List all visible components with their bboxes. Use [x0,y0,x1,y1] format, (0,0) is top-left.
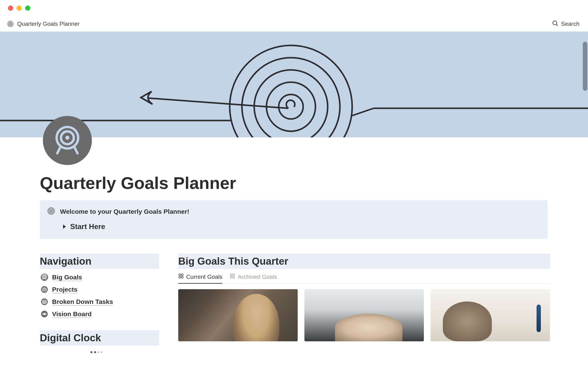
start-here-label: Start Here [70,222,105,231]
nav-item-vision-board[interactable]: Vision Board [40,310,159,318]
svg-line-13 [352,108,374,116]
svg-point-10 [279,94,303,119]
svg-point-4 [553,21,557,25]
goal-card[interactable] [304,289,424,341]
target-icon [7,20,14,28]
svg-rect-42 [182,274,183,275]
start-here-toggle[interactable]: Start Here [63,222,540,231]
svg-line-11 [141,98,288,108]
window-maximize-button[interactable] [25,6,30,11]
nav-item-label: Broken Down Tasks [52,298,113,305]
big-goals-heading: Big Goals This Quarter [178,254,550,269]
goal-card[interactable] [431,289,550,341]
nav-item-label: Projects [52,286,77,293]
svg-rect-48 [233,277,235,278]
briefcase-icon [40,286,48,293]
svg-point-27 [44,276,45,277]
navigation-list: Big Goals Projects Broken Down Tasks [40,273,159,318]
tab-archived-goals[interactable]: Archived Goals [230,273,277,283]
svg-point-3 [10,24,11,24]
nav-item-big-goals[interactable]: Big Goals [40,273,159,281]
vertical-scrollbar[interactable] [583,42,587,91]
nav-item-label: Big Goals [52,274,82,281]
svg-rect-43 [179,277,180,278]
svg-line-18 [57,147,61,153]
svg-line-5 [556,24,558,26]
window-controls [0,0,588,16]
digital-clock-heading: Digital Clock [40,330,159,346]
big-goals-heading-text: Big Goals This Quarter [178,255,550,267]
svg-point-8 [254,70,328,137]
svg-line-19 [74,147,77,153]
nav-item-broken-down-tasks[interactable]: Broken Down Tasks [40,298,159,306]
search-icon [552,20,559,28]
target-icon [40,273,48,281]
tab-label: Current Goals [186,274,222,280]
goals-card-grid [178,289,550,341]
svg-rect-44 [182,277,183,278]
svg-rect-41 [179,274,180,275]
gallery-icon [178,273,184,280]
target-icon [51,124,84,157]
goals-tabs: Current Goals Archived Goals [178,273,550,284]
page-title: Quarterly Goals Planner [40,173,548,193]
nav-item-label: Vision Board [52,310,92,318]
callout-welcome-text: Welcome to your Quarterly Goals Planner! [60,208,189,215]
search-button[interactable]: Search [552,20,579,28]
svg-rect-46 [233,274,235,275]
svg-point-30 [41,286,48,293]
window-minimize-button[interactable] [17,6,22,11]
tab-label: Archived Goals [238,274,277,280]
target-icon [47,207,55,216]
gallery-icon [230,273,235,280]
chevron-right-icon [63,224,66,229]
tab-current-goals[interactable]: Current Goals [178,273,222,283]
digital-clock-heading-text: Digital Clock [40,332,159,344]
svg-point-40 [44,313,45,315]
eye-icon [40,310,48,318]
svg-point-24 [41,274,48,281]
page-icon[interactable] [43,116,92,165]
loading-indicator [40,351,159,353]
svg-point-33 [41,298,48,305]
calendar-icon [40,298,48,306]
svg-point-23 [51,211,51,211]
nav-item-projects[interactable]: Projects [40,286,159,293]
breadcrumb[interactable]: Quarterly Goals Planner [7,20,80,28]
breadcrumb-title: Quarterly Goals Planner [17,21,80,27]
search-label: Search [561,21,579,27]
navigation-heading-text: Navigation [40,255,159,267]
goal-card[interactable] [178,289,298,341]
window-close-button[interactable] [8,6,13,11]
svg-rect-47 [231,277,232,278]
left-column: Navigation Big Goals Projects [40,254,159,353]
welcome-callout: Welcome to your Quarterly Goals Planner!… [40,200,548,239]
svg-point-17 [65,136,69,140]
page-content: Quarterly Goals Planner Welcome to your … [40,168,548,353]
right-column: Big Goals This Quarter Current Goals Arc… [178,254,550,353]
svg-point-6 [230,45,352,137]
top-bar: Quarterly Goals Planner Search [0,16,588,32]
svg-rect-45 [231,274,232,275]
navigation-heading: Navigation [40,254,159,269]
